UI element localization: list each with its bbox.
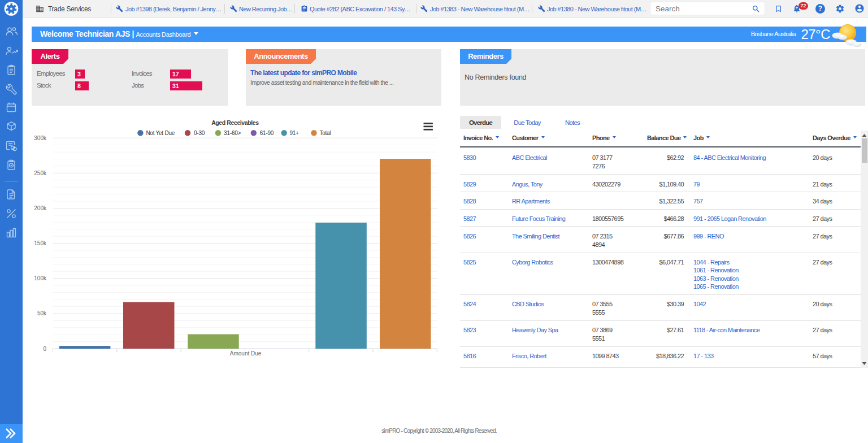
svg-text:Not Yet Due: Not Yet Due xyxy=(146,130,175,136)
svg-text:31-60>: 31-60> xyxy=(224,130,241,136)
svg-text:200k: 200k xyxy=(34,205,47,211)
svg-text:0-30: 0-30 xyxy=(194,130,205,136)
svg-text:50k: 50k xyxy=(37,310,47,316)
svg-text:91+: 91+ xyxy=(290,130,300,136)
svg-text:Total: Total xyxy=(319,130,331,136)
svg-text:100k: 100k xyxy=(34,275,47,281)
svg-text:0: 0 xyxy=(43,346,46,352)
svg-text:300k: 300k xyxy=(34,135,47,141)
svg-text:250k: 250k xyxy=(34,170,47,176)
svg-text:Aged Receivables: Aged Receivables xyxy=(211,119,259,126)
svg-text:61-90: 61-90 xyxy=(260,130,274,136)
svg-text:Amount Due: Amount Due xyxy=(230,350,262,357)
svg-text:150k: 150k xyxy=(34,240,47,246)
